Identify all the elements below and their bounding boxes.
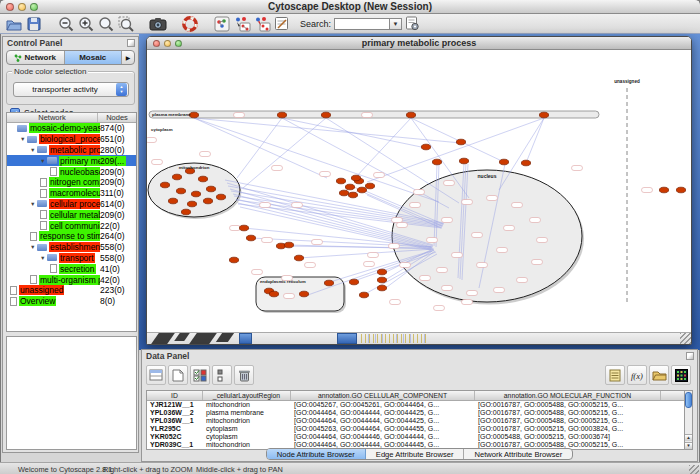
- graph-node[interactable]: [420, 276, 431, 281]
- expand-arrow-icon[interactable]: ▼: [30, 147, 37, 153]
- graph-node[interactable]: [230, 226, 241, 231]
- destroy-view-button[interactable]: [252, 15, 272, 33]
- graph-node[interactable]: [444, 181, 455, 186]
- graph-node[interactable]: [351, 175, 360, 181]
- graph-node[interactable]: [147, 138, 157, 143]
- graph-node[interactable]: [437, 268, 448, 273]
- graph-node[interactable]: [206, 186, 215, 192]
- table-row[interactable]: YJR121W__1mitochondrion[GO:0045267, GO:0…: [147, 401, 685, 409]
- unselect-attributes-button[interactable]: [212, 365, 232, 385]
- graph-node[interactable]: [642, 188, 653, 193]
- graph-node[interactable]: [339, 190, 348, 196]
- attribute-table[interactable]: ID_cellularLayoutRegionannotation.GO CEL…: [146, 390, 686, 450]
- graph-node[interactable]: [359, 292, 368, 298]
- float-panel-icon[interactable]: [127, 39, 135, 47]
- graph-node[interactable]: [216, 194, 225, 200]
- graph-node[interactable]: [364, 262, 375, 267]
- graph-node[interactable]: [345, 184, 354, 190]
- table-row[interactable]: YKR052Ccytoplasm[GO:0044464, GO:0044446,…: [147, 433, 685, 441]
- graph-node[interactable]: [229, 257, 238, 263]
- graph-node[interactable]: [191, 191, 200, 197]
- network-canvas-scrollbar[interactable]: [147, 332, 691, 344]
- graph-node[interactable]: [176, 188, 185, 194]
- graph-node[interactable]: [497, 248, 508, 253]
- help-button[interactable]: [180, 15, 200, 33]
- graph-node[interactable]: [349, 279, 358, 285]
- graph-node[interactable]: [365, 183, 374, 189]
- graph-node[interactable]: [442, 286, 453, 291]
- graph-node[interactable]: [260, 203, 271, 208]
- expand-arrow-icon[interactable]: ▼: [30, 201, 37, 207]
- graph-node[interactable]: [262, 238, 273, 243]
- tab-overflow-arrow[interactable]: ▶: [122, 51, 134, 64]
- zoom-out-button[interactable]: [56, 15, 76, 33]
- graph-node[interactable]: [434, 306, 445, 311]
- column-header[interactable]: _cellularLayoutRegion: [203, 391, 291, 400]
- graph-node[interactable]: [397, 223, 408, 228]
- graph-node[interactable]: [172, 174, 181, 180]
- graph-node[interactable]: [152, 160, 163, 165]
- graph-node[interactable]: [406, 112, 415, 118]
- expand-arrow-icon[interactable]: ▼: [40, 158, 47, 164]
- tab-node-attribute-browser[interactable]: Node Attribute Browser: [267, 449, 366, 459]
- graph-node[interactable]: [203, 198, 212, 204]
- table-row[interactable]: YPL036W__1mitochondrion[GO:0044464, GO:0…: [147, 417, 685, 425]
- zoom-fit-button[interactable]: [96, 15, 116, 33]
- heatmap-button[interactable]: [671, 365, 691, 385]
- window-resize-grip[interactable]: [689, 465, 699, 474]
- tab-mosaic[interactable]: Mosaic: [65, 51, 123, 64]
- show-attributes-button[interactable]: [146, 365, 166, 385]
- tab-edge-attribute-browser[interactable]: Edge Attribute Browser: [366, 449, 465, 459]
- graph-node[interactable]: [392, 218, 403, 223]
- annotation-button[interactable]: [272, 15, 292, 33]
- graph-node[interactable]: [168, 198, 177, 204]
- graph-node[interactable]: [659, 187, 668, 193]
- node-color-select[interactable]: transporter activity ▲▼: [13, 82, 129, 97]
- tree-item[interactable]: multi-organism pro42(0): [7, 274, 136, 285]
- tree-item[interactable]: ▼primary metabol209(...: [7, 155, 136, 166]
- graph-node[interactable]: [377, 285, 386, 291]
- tree-item[interactable]: cell communicat22(0): [7, 220, 136, 231]
- graph-node[interactable]: [377, 269, 386, 275]
- scroll-up-arrow[interactable]: ▲: [685, 434, 692, 441]
- float-panel-icon[interactable]: [686, 352, 694, 360]
- network-overview-button[interactable]: [212, 15, 232, 33]
- tree-item[interactable]: Overview8(0): [7, 296, 136, 307]
- scrollbar-thumb[interactable]: [337, 333, 357, 344]
- graph-node[interactable]: [299, 291, 308, 297]
- column-header[interactable]: annotation.GO CELLULAR_COMPONENT: [291, 391, 475, 400]
- tab-network-attribute-browser[interactable]: Network Attribute Browser: [464, 449, 572, 459]
- graph-node[interactable]: [572, 166, 583, 171]
- graph-node[interactable]: [537, 238, 548, 243]
- graph-node[interactable]: [312, 240, 323, 245]
- table-row[interactable]: YPL036W__2plasma membrane[GO:0044464, GO…: [147, 409, 685, 417]
- graph-node[interactable]: [181, 209, 190, 215]
- create-view-button[interactable]: [232, 15, 252, 33]
- tree-item[interactable]: macromolecule311(0): [7, 188, 136, 199]
- import-attributes-button[interactable]: [649, 365, 669, 385]
- graph-node[interactable]: [200, 152, 211, 157]
- tree-item[interactable]: ▼establishment of lo558(0): [7, 242, 136, 253]
- graph-node[interactable]: [284, 242, 293, 248]
- zoom-selected-button[interactable]: [116, 15, 136, 33]
- graph-node[interactable]: [427, 238, 438, 243]
- graph-node[interactable]: [494, 288, 505, 293]
- graph-node[interactable]: [374, 173, 385, 178]
- graph-node[interactable]: [400, 263, 411, 268]
- graph-node[interactable]: [320, 172, 331, 177]
- graph-node[interactable]: [462, 300, 473, 305]
- expand-arrow-icon[interactable]: ▼: [30, 244, 37, 250]
- graph-node[interactable]: [512, 203, 523, 208]
- scrollbar-thumb[interactable]: [239, 333, 252, 344]
- tree-item[interactable]: nitrogen compo209(0): [7, 177, 136, 188]
- graph-node[interactable]: [389, 244, 400, 249]
- graph-node[interactable]: [676, 187, 685, 193]
- tab-network[interactable]: Network: [7, 51, 65, 64]
- graph-node[interactable]: [432, 159, 441, 165]
- graph-node[interactable]: [368, 253, 379, 258]
- tree-item[interactable]: ▼transport558(0): [7, 253, 136, 264]
- graph-node[interactable]: [187, 201, 196, 207]
- graph-node[interactable]: [539, 112, 548, 118]
- tree-item[interactable]: mosaic-demo-yeast874(0): [7, 123, 136, 134]
- graph-node[interactable]: [410, 203, 421, 208]
